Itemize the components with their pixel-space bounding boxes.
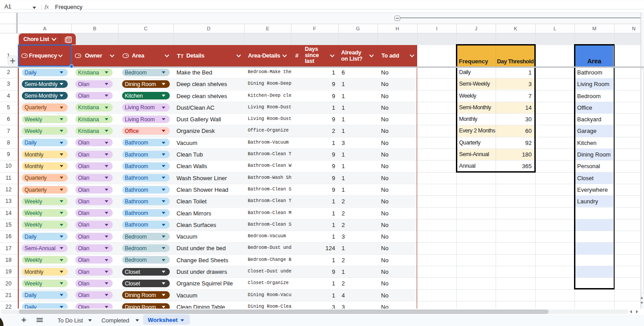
svg-text:T: T [180, 54, 183, 58]
svg-text:fx: fx [45, 4, 49, 9]
svg-text:T: T [177, 53, 180, 59]
